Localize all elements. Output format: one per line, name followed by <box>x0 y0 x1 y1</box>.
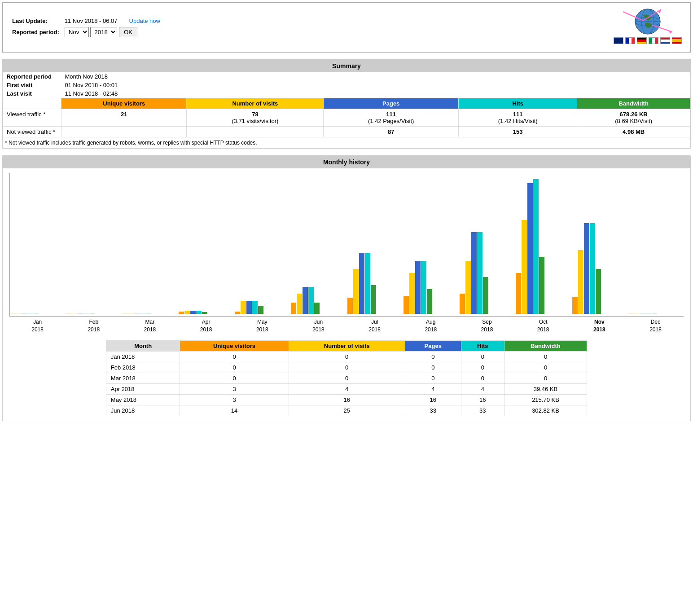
month-group-mar <box>123 313 178 314</box>
notviewed-label: Not viewed traffic * <box>3 127 61 137</box>
table-row: Apr 2018344439.46 KB <box>106 383 587 394</box>
flag-it[interactable] <box>649 37 658 44</box>
bar-pages <box>78 313 83 314</box>
table-cell-visits: 0 <box>289 373 405 383</box>
bar-visits <box>128 313 134 314</box>
bar-visits <box>522 220 527 314</box>
bar-pages <box>471 232 477 314</box>
table-cell-pages: 4 <box>405 383 461 394</box>
summary-section: Summary Reported period Month Nov 2018 F… <box>2 59 691 149</box>
flag-nl[interactable] <box>660 37 670 44</box>
bar-pages <box>584 223 589 314</box>
bar-hits <box>533 179 539 314</box>
month-label-jul: Jul2018 <box>346 317 403 334</box>
notviewed-pages: 87 <box>324 127 459 137</box>
last-visit-row-label: Last visit <box>3 89 61 98</box>
month-select[interactable]: Nov <box>65 27 89 37</box>
last-visit-row-value: 11 Nov 2018 - 02:48 <box>61 89 690 98</box>
bar-bandwidth <box>539 257 544 314</box>
table-cell-hits: 4 <box>461 383 504 394</box>
last-update-value: 11 Nov 2018 - 06:07 <box>62 16 127 26</box>
month-label-oct: Oct2018 <box>515 317 571 334</box>
table-cell-unique: 14 <box>180 405 289 416</box>
bar-unique <box>572 297 578 314</box>
table-col-bandwidth: Bandwidth <box>504 340 587 351</box>
month-group-sep <box>460 232 515 314</box>
table-cell-pages: 0 <box>405 351 461 362</box>
table-cell-pages: 0 <box>405 373 461 383</box>
bar-unique <box>10 313 15 314</box>
monthly-history-title-row: Monthly history <box>3 156 690 168</box>
flag-es[interactable] <box>672 37 682 44</box>
table-cell-hits: 0 <box>461 351 504 362</box>
table-cell-pages: 33 <box>405 405 461 416</box>
table-cell-hits: 16 <box>461 394 504 405</box>
bar-hits <box>646 313 651 314</box>
flag-de[interactable] <box>637 37 647 44</box>
table-col-visits: Number of visits <box>289 340 405 351</box>
notviewed-unique <box>61 127 187 137</box>
table-cell-unique: 3 <box>180 383 289 394</box>
month-label-dec: Dec2018 <box>627 317 684 334</box>
update-now-link[interactable]: Update now <box>129 18 160 24</box>
table-cell-bandwidth: 39.46 KB <box>504 383 587 394</box>
table-cell-visits: 25 <box>289 405 405 416</box>
bar-hits <box>140 313 145 314</box>
table-cell-month: May 2018 <box>106 394 180 405</box>
table-cell-unique: 0 <box>180 351 289 362</box>
table-cell-bandwidth: 302.82 KB <box>504 405 587 416</box>
month-group-nov <box>572 223 627 314</box>
bar-hits <box>83 313 89 314</box>
table-cell-visits: 4 <box>289 383 405 394</box>
bar-visits <box>297 294 302 314</box>
table-row: Mar 201800000 <box>106 373 587 383</box>
bar-hits <box>308 287 314 314</box>
bar-hits <box>421 261 426 314</box>
ok-button[interactable]: OK <box>119 27 137 37</box>
month-group-jan <box>10 313 65 314</box>
bar-visits <box>353 269 359 314</box>
bar-bandwidth <box>371 285 376 314</box>
first-visit-row-value: 01 Nov 2018 - 00:01 <box>61 81 690 89</box>
year-select[interactable]: 2018 <box>90 27 117 37</box>
bar-bandwidth <box>596 269 601 314</box>
viewed-hits: 111 (1.42 Hits/Visit) <box>459 109 577 127</box>
bar-unique <box>347 298 353 314</box>
header-info: Last Update: 11 Nov 2018 - 06:07 Update … <box>9 16 163 39</box>
bar-bandwidth <box>258 306 263 314</box>
flag-fr[interactable] <box>625 37 635 44</box>
bar-visits <box>409 273 415 314</box>
viewed-unique: 21 <box>61 109 187 127</box>
bar-bandwidth <box>427 289 432 314</box>
last-update-label: Last Update: <box>9 16 62 26</box>
table-cell-month: Feb 2018 <box>106 362 180 373</box>
table-cell-month: Apr 2018 <box>106 383 180 394</box>
month-group-aug <box>404 261 459 314</box>
monthly-table: Month Unique visitors Number of visits P… <box>106 340 587 416</box>
table-row: May 20183161616215.70 KB <box>106 394 587 405</box>
table-cell-month: Mar 2018 <box>106 373 180 383</box>
bar-unique <box>66 313 71 314</box>
monthly-tbody: Jan 201800000Feb 201800000Mar 201800000A… <box>106 351 587 416</box>
flag-row <box>614 37 682 44</box>
header: Last Update: 11 Nov 2018 - 06:07 Update … <box>2 2 691 53</box>
chart-container: Jan2018Feb2018Mar2018Apr2018May2018Jun20… <box>3 168 690 336</box>
month-group-oct <box>516 179 571 314</box>
globe-area <box>612 7 684 48</box>
col-header-unique: Unique visitors <box>61 98 187 109</box>
notviewed-bandwidth: 4.98 MB <box>577 127 690 137</box>
table-cell-unique: 0 <box>180 362 289 373</box>
bar-pages <box>640 313 645 314</box>
bar-pages <box>246 301 252 314</box>
flag-uk[interactable] <box>614 37 623 44</box>
month-group-jun <box>291 287 346 314</box>
bar-unique <box>291 303 296 314</box>
bar-hits <box>590 223 595 314</box>
table-cell-hits: 0 <box>461 362 504 373</box>
col-header-hits: Hits <box>459 98 577 109</box>
bar-bandwidth <box>202 312 207 314</box>
bar-unique <box>123 313 128 314</box>
table-cell-hits: 0 <box>461 373 504 383</box>
bar-bandwidth <box>89 313 95 314</box>
bar-bandwidth <box>146 313 151 314</box>
